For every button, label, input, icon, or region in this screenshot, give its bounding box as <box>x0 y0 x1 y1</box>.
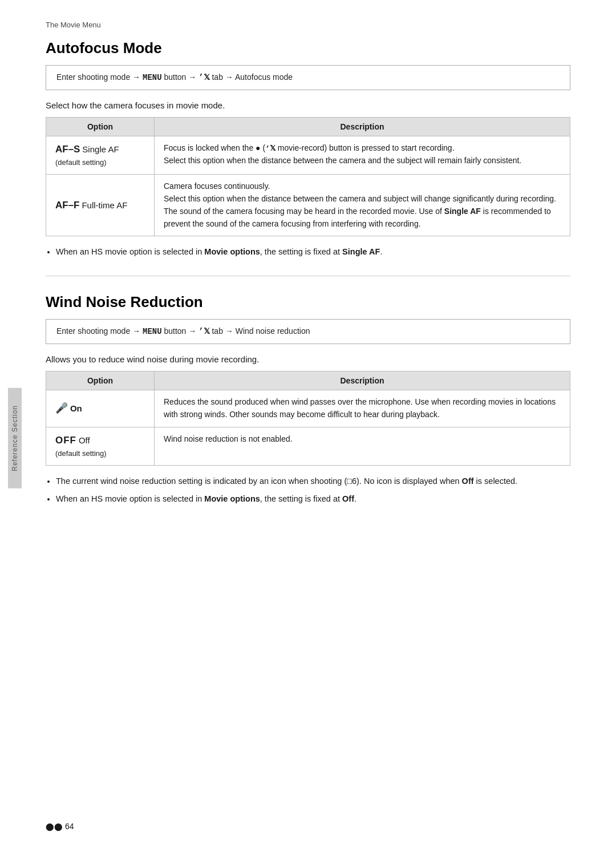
table-row: OFF Off (default setting) Wind noise red… <box>46 427 570 465</box>
table-row: AF–F Full-time AF Camera focuses continu… <box>46 175 570 236</box>
page-footer: ⬤⬤64 <box>46 822 74 831</box>
wind-noise-section-title: Wind Noise Reduction <box>46 293 570 311</box>
wind-col-option: Option <box>46 371 155 390</box>
af-s-sublabel: Single AF <box>82 144 119 154</box>
autofocus-description: Select how the camera focuses in movie m… <box>46 100 570 110</box>
autofocus-col-description: Description <box>155 118 570 136</box>
af-s-label: AF–S <box>55 144 80 155</box>
af-f-option-cell: AF–F Full-time AF <box>46 175 155 236</box>
wind-off-option-cell: OFF Off (default setting) <box>46 427 155 465</box>
wind-noise-note-1: The current wind noise reduction setting… <box>56 475 570 488</box>
wind-off-sublabel: Off <box>79 435 90 445</box>
wind-col-description: Description <box>155 371 570 390</box>
wind-on-label: On <box>70 403 82 413</box>
wind-noise-nav-path: Enter shooting mode → MENU button → ’𝕏 t… <box>46 319 570 344</box>
section-divider <box>46 276 570 276</box>
sidebar-label: Reference Section <box>8 388 22 488</box>
af-s-default: (default setting) <box>55 157 145 168</box>
footer-page-number: 64 <box>65 822 74 831</box>
autofocus-notes: When an HS movie option is selected in M… <box>56 245 570 259</box>
autofocus-note-1: When an HS movie option is selected in M… <box>56 245 570 259</box>
wind-noise-note-2: When an HS movie option is selected in M… <box>56 492 570 506</box>
af-f-label: AF–F <box>55 200 80 211</box>
table-row: AF–S Single AF (default setting) Focus i… <box>46 136 570 175</box>
af-s-option-cell: AF–S Single AF (default setting) <box>46 136 155 175</box>
wind-noise-options-table: Option Description 🎤 On Reduces the soun… <box>46 371 570 466</box>
autofocus-options-table: Option Description AF–S Single AF (defau… <box>46 117 570 236</box>
wind-on-description: Reduces the sound produced when wind pas… <box>155 390 570 427</box>
wind-off-description: Wind noise reduction is not enabled. <box>155 427 570 465</box>
footer-icon: ⬤⬤ <box>46 822 63 831</box>
autofocus-nav-path: Enter shooting mode → MENU button → ’𝕏 t… <box>46 65 570 90</box>
autofocus-col-option: Option <box>46 118 155 136</box>
wind-noise-description: Allows you to reduce wind noise during m… <box>46 354 570 364</box>
wind-on-icon: 🎤 <box>55 402 68 414</box>
af-f-description: Camera focuses continuously. Select this… <box>155 175 570 236</box>
table-row: 🎤 On Reduces the sound produced when win… <box>46 390 570 427</box>
page-header: The Movie Menu <box>46 21 570 29</box>
af-s-description: Focus is locked when the ● (’𝕏 movie-rec… <box>155 136 570 175</box>
af-f-sublabel: Full-time AF <box>82 200 127 210</box>
wind-off-default: (default setting) <box>55 448 145 459</box>
autofocus-section-title: Autofocus Mode <box>46 39 570 57</box>
wind-off-label: OFF <box>55 435 76 446</box>
wind-noise-notes: The current wind noise reduction setting… <box>56 475 570 506</box>
wind-on-option-cell: 🎤 On <box>46 390 155 427</box>
